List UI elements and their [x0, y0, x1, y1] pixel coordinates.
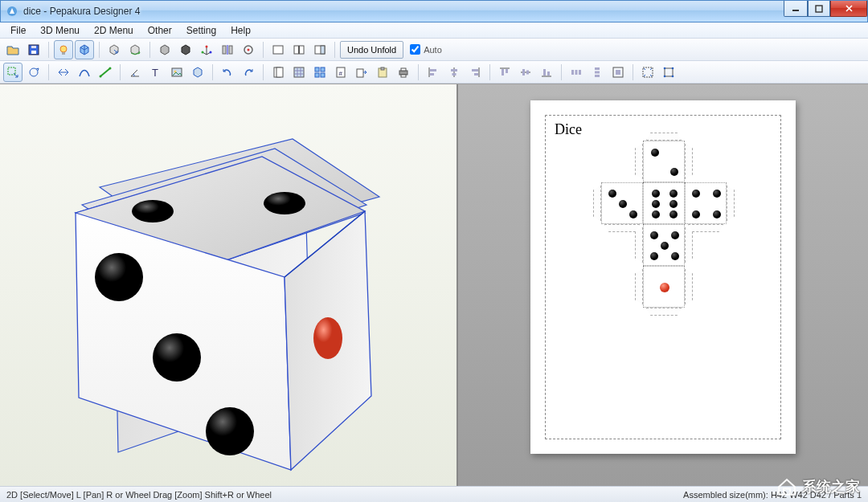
toolbar-separator [212, 64, 213, 80]
text-tool-button[interactable]: T [146, 63, 166, 82]
page-number-button[interactable]: # [331, 63, 350, 82]
center-page-button[interactable] [608, 63, 628, 82]
menu-setting[interactable]: Setting [179, 23, 223, 38]
export-button[interactable] [352, 63, 371, 82]
page-toggle-button[interactable] [268, 63, 288, 82]
minimize-button[interactable] [784, 1, 808, 17]
save-button[interactable] [24, 40, 43, 59]
svg-point-11 [202, 51, 204, 53]
svg-point-74 [672, 67, 674, 69]
svg-rect-47 [430, 73, 434, 76]
cube-move-button[interactable] [104, 40, 124, 59]
align-bottom-button[interactable] [537, 63, 556, 82]
redo-button[interactable] [239, 63, 258, 82]
axes-button[interactable] [197, 40, 216, 59]
distribute-h-button[interactable] [567, 63, 586, 82]
toolbar-separator [418, 64, 419, 80]
rotate-view-button[interactable] [24, 63, 43, 82]
statusbar: 2D [Select/Move] L [Pan] R or Wheel Drag… [0, 486, 868, 502]
fit-page-button[interactable] [638, 63, 657, 82]
svg-point-94 [153, 333, 201, 382]
dark-cube-button[interactable] [176, 40, 195, 59]
align-top-button[interactable] [495, 63, 514, 82]
menu-other[interactable]: Other [141, 23, 179, 38]
svg-rect-65 [579, 70, 581, 75]
mirror-button[interactable] [218, 40, 237, 59]
3d-viewport[interactable] [0, 84, 458, 486]
svg-rect-66 [595, 67, 600, 70]
auto-checkbox-input[interactable] [410, 44, 420, 55]
svg-rect-33 [315, 67, 319, 71]
svg-rect-31 [276, 67, 283, 77]
close-button[interactable] [830, 1, 867, 17]
undo-button[interactable] [218, 63, 237, 82]
axes-icon [200, 43, 213, 56]
layout-single-button[interactable] [268, 40, 288, 59]
angle-button[interactable] [125, 63, 145, 82]
image-tool-button[interactable] [167, 63, 186, 82]
angle-icon [129, 66, 141, 79]
toolbar-separator [561, 64, 562, 80]
texture-button[interactable] [289, 63, 309, 82]
svg-point-75 [664, 75, 666, 77]
status-right: Assembled size(mm): H42 W42 D42 / Parts … [683, 490, 862, 500]
toolbar-separator [633, 64, 633, 80]
layout-right-button[interactable] [310, 40, 330, 59]
align-bottom-icon [540, 66, 553, 79]
menu-help[interactable]: Help [223, 23, 258, 38]
cube-rotate-button[interactable] [125, 40, 145, 59]
svg-rect-44 [401, 75, 406, 77]
edge-green-icon [99, 66, 112, 79]
flip-tool-icon [57, 66, 70, 79]
distribute-v-icon [591, 66, 604, 79]
distribute-v-button[interactable] [588, 63, 607, 82]
paper-sheet: Dice [530, 100, 796, 454]
svg-rect-35 [315, 73, 319, 77]
arrange-icon [313, 66, 326, 79]
print-button[interactable] [394, 63, 413, 82]
edge-green-button[interactable] [96, 63, 115, 82]
align-center-h-button[interactable] [444, 63, 464, 82]
align-middle-icon [519, 66, 532, 79]
light-bulb-button[interactable] [54, 40, 73, 59]
layout-right-icon [313, 43, 326, 56]
undo-unfold-button[interactable]: Undo Unfold [340, 41, 403, 59]
2d-viewport[interactable]: Dice [458, 84, 868, 486]
svg-point-26 [109, 67, 112, 69]
svg-point-76 [672, 75, 674, 77]
svg-point-17 [248, 48, 250, 51]
align-left-button[interactable] [424, 63, 443, 82]
light-bulb-icon [57, 43, 70, 56]
curve-tool-button[interactable] [75, 63, 94, 82]
snap-button[interactable] [659, 63, 678, 82]
align-right-button[interactable] [465, 63, 485, 82]
menu-3d[interactable]: 3D Menu [33, 23, 87, 38]
rotate-view-icon [27, 66, 40, 79]
arrange-button[interactable] [310, 63, 330, 82]
shape-circle-button[interactable] [239, 40, 258, 59]
open-button[interactable] [3, 40, 23, 59]
align-middle-button[interactable] [516, 63, 535, 82]
paste-button[interactable] [373, 63, 392, 82]
cube-shaded-button[interactable] [75, 40, 94, 59]
menu-file[interactable]: File [3, 23, 33, 38]
dice-3d-render [19, 92, 437, 478]
svg-rect-63 [571, 70, 574, 75]
auto-checkbox[interactable]: Auto [410, 44, 442, 55]
layout-double-button[interactable] [289, 40, 309, 59]
menu-2d[interactable]: 2D Menu [87, 23, 141, 38]
align-top-icon [498, 66, 511, 79]
box-tool-button[interactable] [188, 63, 207, 82]
text-tool-icon: T [149, 66, 162, 79]
svg-rect-49 [451, 69, 457, 71]
solid-cube-icon [158, 43, 171, 56]
svg-rect-61 [543, 69, 546, 76]
toolbar-2: T# [0, 61, 868, 84]
svg-rect-14 [229, 46, 232, 54]
toolbar-separator [489, 64, 490, 80]
select-move-button[interactable] [3, 63, 23, 82]
svg-rect-64 [575, 70, 578, 75]
maximize-button[interactable] [808, 1, 830, 17]
flip-tool-button[interactable] [54, 63, 73, 82]
solid-cube-button[interactable] [155, 40, 174, 59]
